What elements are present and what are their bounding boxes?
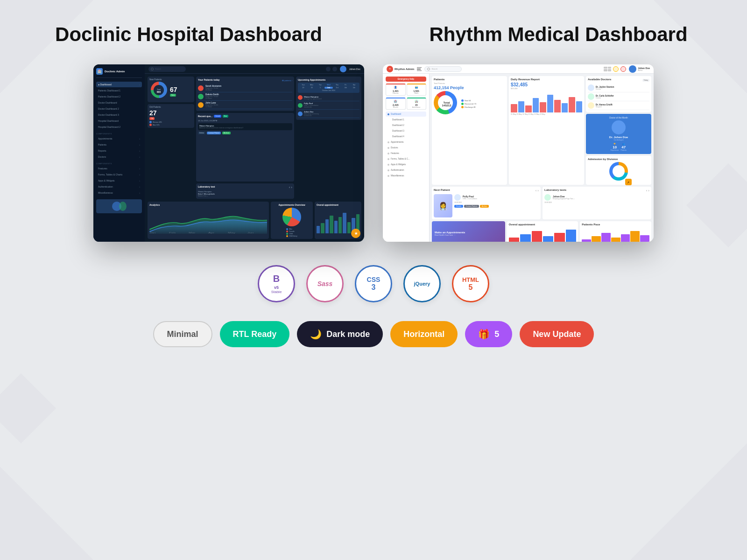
dark-patients-today-title: Your Patients today — [198, 78, 220, 81]
dark-nav-patients-2[interactable]: Patients Dashboard 2 — [96, 94, 142, 99]
dark-nav-auth[interactable]: Authentication › — [96, 184, 142, 189]
dark-nav-patients-nav[interactable]: Patients › — [96, 142, 142, 147]
dark-nav-hospital-2[interactable]: Hospital Dashboard 2 — [96, 124, 142, 130]
light-nav-docs[interactable]: Doctors — [386, 145, 426, 150]
dark-all-patients-link[interactable]: All patients › — [282, 79, 292, 82]
dark-nav-features[interactable]: Features › — [96, 166, 142, 171]
light-archive-btn[interactable]: Archive — [480, 205, 489, 208]
dark-bar-2 — [321, 223, 324, 233]
light-dom-experience: 🏆 10 Experience — [611, 143, 619, 151]
light-patient-actions: Details Contact Patient Archive — [454, 205, 489, 208]
svg-text:May: May — [228, 232, 236, 234]
light-nav-auth[interactable]: Authentication — [386, 168, 426, 173]
dark-legend-female: Female — [286, 231, 297, 232]
dark-patient-row-1: Sarah Hostamm Diagnosis: Stroke 09:30am — [198, 84, 292, 92]
dark-notif-icon[interactable] — [326, 67, 331, 71]
light-lab-prev-btn[interactable]: ‹ — [646, 189, 648, 193]
dark-btn-delete[interactable]: Delete — [198, 132, 205, 134]
light-nav-dash-2[interactable]: Dashboard 2 — [390, 123, 426, 128]
dark-nav-apps[interactable]: Apps & Widgets › — [96, 178, 142, 183]
light-oa-bar-3 — [532, 231, 542, 242]
light-lab-nav: ‹ › — [646, 189, 649, 193]
light-nav-dash-1[interactable]: Dashboard 1 — [390, 117, 426, 122]
dark-logo-text: Doclinic Admin — [105, 70, 125, 73]
light-search-bar[interactable]: Search — [424, 66, 462, 72]
light-dashboard: + Rhythm Admin Search — [383, 64, 654, 242]
dark-bar-8 — [347, 222, 351, 234]
light-nav-forms[interactable]: Forms, Tables & C... — [386, 156, 426, 161]
dark-nav-patients-1[interactable]: Patients Dashboard 1 — [96, 88, 142, 93]
light-admission-donut-container: ↗ — [608, 162, 629, 183]
light-doctor-row-2: Dr. Carla Schleifer Oculist — [588, 92, 649, 101]
light-nav-dashboard[interactable]: Dashboard — [386, 112, 426, 117]
light-mid-data-row: Next Patient ‹ › 👩‍⚕️ — [432, 187, 651, 219]
dark-nav-hospital[interactable]: Hospital Dashboard — [96, 118, 142, 124]
dark-bottom-charts: Analytics — [145, 202, 364, 242]
bootstrap-label: Stable — [271, 290, 282, 294]
dark-chart-svg: Jan Feb Mar Apr May Jun — [149, 208, 267, 234]
dark-nav-doctor-2[interactable]: Doctor Dashboard 2 — [96, 106, 142, 112]
feature-update-badge[interactable]: New Update — [520, 321, 594, 347]
feature-horizontal-badge[interactable]: Horizontal — [390, 321, 458, 347]
light-nav-apps[interactable]: Apps & Widgets — [386, 162, 426, 167]
dark-user-avatar[interactable] — [340, 66, 346, 72]
light-email-icon[interactable] — [620, 66, 626, 72]
dark-nav-reports[interactable]: Reports › — [96, 148, 142, 154]
dark-search-bar[interactable]: Search — [148, 66, 186, 72]
dark-lab-next[interactable]: › — [291, 185, 292, 189]
light-nav-misc[interactable]: Miscellaneous — [386, 173, 426, 178]
light-patient-info-bottom: Polly Paul USG + Consultation — [463, 195, 489, 200]
feature-dark-badge[interactable]: 🌙 Dark mode — [297, 321, 383, 347]
light-patient-illustration: 👩‍⚕️ — [434, 194, 452, 217]
doclinic-title: Doclinic Hospital Dashboard — [37, 23, 340, 46]
light-user-avatar[interactable] — [629, 65, 636, 73]
light-nav-dot-4 — [388, 153, 389, 154]
feature-minimal-badge[interactable]: Minimal — [153, 321, 212, 347]
dark-bar-3 — [325, 219, 329, 233]
dark-settings-icon[interactable] — [332, 67, 337, 71]
dark-nav-doctor-3[interactable]: Doctor Dashboard 3 — [96, 112, 142, 118]
dark-user-name: Johen Doc — [349, 68, 360, 70]
dark-lab-prev[interactable]: ‹ — [289, 185, 290, 189]
dark-nav-doctor[interactable]: Doctor Dashboard — [96, 100, 142, 105]
light-total-count: 412,154 People — [434, 85, 505, 90]
light-nav-dash-3[interactable]: Dashboard 3 — [390, 128, 426, 133]
light-hamburger[interactable] — [417, 67, 422, 71]
dark-appt-info-1: Shawn Hampton Emergency appointment — [304, 96, 359, 100]
light-next-patient-btn[interactable]: › — [537, 189, 539, 193]
light-lab-next-btn[interactable]: › — [648, 189, 649, 193]
light-nav-dash-4[interactable]: Dashboard 4 — [390, 134, 426, 139]
feature-v5-badge[interactable]: 🎁 5 — [465, 321, 512, 347]
dark-nav-dashboard[interactable]: ● Dashboard › — [96, 82, 142, 87]
dark-nav-forms[interactable]: Forms, Tables & Charts › — [96, 172, 142, 177]
dark-nav-misc[interactable]: Miscellaneous › — [96, 190, 142, 196]
light-emergency-btn[interactable]: Emergency Help — [386, 77, 426, 82]
dark-main-content: Search Johen Doc — [145, 64, 364, 242]
light-overall-appt-card: Overal appointment — [507, 221, 578, 242]
light-bell-icon[interactable] — [613, 66, 619, 72]
light-pace-bars — [582, 228, 649, 242]
rtl-label: RTL Ready — [233, 329, 277, 339]
feature-rtl-badge[interactable]: RTL Ready — [220, 321, 290, 347]
light-nav-feat[interactable]: Features — [386, 151, 426, 156]
light-details-btn[interactable]: Details — [454, 205, 463, 208]
light-prev-patient-btn[interactable]: ‹ — [536, 189, 537, 193]
dark-btn-contact[interactable]: Contact Patient — [207, 132, 221, 134]
light-next-patient-card: Next Patient ‹ › 👩‍⚕️ — [432, 187, 541, 219]
light-oa-bar-5 — [554, 233, 564, 242]
light-patient-time: 10:00 $50 — [454, 202, 489, 203]
dark-nav-doctors[interactable]: Doctors › — [96, 154, 142, 160]
light-next-patient-title: Next Patient — [434, 189, 450, 191]
light-doctor-row-1: Dr. Jaylon Stanton Dentist — [588, 84, 649, 92]
light-nav-dot-8 — [388, 175, 389, 177]
dark-new-patients-card: New Patients Total 990 — [148, 77, 194, 102]
light-topbar-icons — [604, 66, 626, 72]
dark-btn-archive[interactable]: Archive — [222, 132, 231, 134]
dark-chat-card: Recent que... Unread New 14 Jun 2021 | 0… — [196, 113, 294, 182]
light-doctor-av-2 — [588, 93, 594, 100]
dark-nav-appointments[interactable]: Appointments › — [96, 136, 142, 141]
light-grid-icon[interactable] — [604, 67, 611, 71]
dark-lab-marker: Marker Test + — [198, 195, 292, 197]
light-nav-appts[interactable]: Appointments — [386, 140, 426, 145]
light-contact-btn[interactable]: Contact Patient — [464, 205, 479, 208]
